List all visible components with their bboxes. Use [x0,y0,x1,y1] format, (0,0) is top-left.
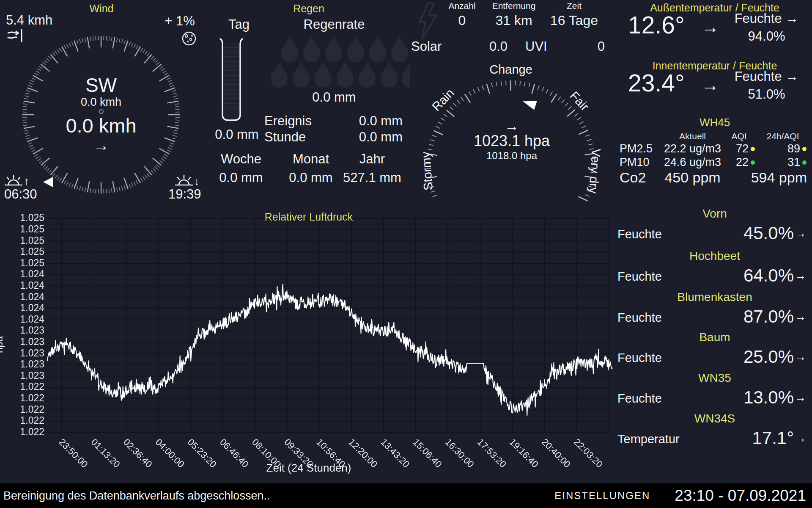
chart-x-axis-label: Zeit (24 Stunden) [0,461,617,475]
sensor-metric-label: Temperatur [617,432,680,446]
sensor-metric-label: Feuchte [617,311,662,325]
extra-sensors-column: Vorn Feuchte 45.0%→ Hochbeet Feuchte 64.… [617,196,812,467]
sensor-name: WN34S [617,412,812,425]
sensor-metric-label: Feuchte [617,227,662,241]
sensor-trend-icon: → [795,432,806,445]
outdoor-humidity-value: 94.0% [725,29,808,44]
sensor-metric-label: Feuchte [617,270,662,284]
sunrise-icon [4,174,23,187]
rain-day-label: Tag [216,17,262,32]
settings-button[interactable]: EINSTELLUNGEN [552,489,653,502]
pressure-secondary-value: 1018.0 hpa [419,150,605,162]
sensor-group-wn34s: WN34S Temperatur 17.1°→ [617,412,812,450]
rain-rate-value: 0.0 mm [283,90,385,105]
sensor-value: 64.0% [743,265,794,286]
rain-hour-value: 0.0 mm [313,130,403,145]
wind-trend-value: + 1% [161,14,199,29]
sunset-block: ↓ 19:39 [168,174,200,202]
wh45-pm10-aqi-value: 22 [736,156,749,169]
indoor-temp-trend-icon: → [701,75,719,95]
wh45-pm25-aqi: 72 [723,142,755,155]
sensor-trend-icon: → [795,269,806,282]
lightning-bolt-icon [414,2,441,41]
lightning-distance-value: 31 km [486,13,541,28]
indoor-humidity-trend-icon: → [785,69,798,84]
sunset-time: 19:39 [168,187,200,202]
sunrise-block: ↑ 06:30 [4,174,51,202]
wh45-pm10-aktuell: 24.6 ug/m3 [658,156,727,169]
wh45-co2-label: Co2 [620,169,656,186]
rain-month-block: Monat 0.0 mm [281,152,340,185]
aqi-status-dot [802,160,807,165]
sensor-metric-label: Feuchte [617,351,662,365]
sensor-value: 17.1° [752,428,794,448]
rain-gauge-icon [219,37,244,124]
wh45-pm25-label: PM2.5 [620,142,656,155]
aqi-status-dot [802,147,807,151]
outdoor-humidity-trend-icon: → [785,11,798,26]
rain-event-label: Ereignis [264,113,312,129]
indoor-temp-panel: Innentemperatur / Feuchte 23.4° → Feucht… [617,58,812,111]
sensor-trend-icon: → [795,310,806,323]
wh45-pm10-aqi24-value: 31 [787,156,800,169]
sensor-group-blumenkasten: Blumenkasten Feuchte 87.0%→ [617,290,812,329]
lightning-count-block: Anzahl 0 [442,1,482,28]
sunrise-arrow-icon: ↑ [24,175,30,187]
wind-compass-readout: SW 0.0 kmh 0.0 kmh → [21,75,181,154]
rain-week-label: Woche [216,152,266,167]
indoor-humidity-value: 51.0% [725,87,808,102]
pressure-chart-panel: Relativer Luftdruck hpa Zeit (24 Stunden… [0,207,617,487]
lightning-count-value: 0 [442,13,482,28]
rain-year-value: 527.1 mm [336,170,408,185]
rain-rate-label: Regenrate [283,17,385,32]
sensor-name: Vorn [617,207,812,221]
rain-hour-label: Stunde [264,130,306,145]
lightning-time-value: 16 Tage [546,13,603,28]
outdoor-humidity-label: Feuchte [735,11,782,26]
sensor-group-baum: Baum Feuchte 25.0%→ [617,331,812,369]
baro-scale-label: Change [489,63,532,77]
wh45-header-aqi: AQI [723,131,755,141]
sensor-value: 25.0% [743,347,794,367]
wh45-pm25-aqi24: 89 [759,142,807,155]
weather-dashboard: Wind 5.4 kmh + 1% SW 0 [0,0,812,508]
aqi-status-dot [751,160,755,165]
lightning-time-label: Zeit [546,1,603,11]
pressure-value: 1023.1 hpa [419,132,605,150]
wh45-title: WH45 [617,116,812,129]
status-message: Bereinigung des Datenbankverlaufs abgesc… [3,489,552,502]
wh45-header-aqi24: 24h/AQI [759,131,807,141]
wh45-co2-aktuell: 450 ppm [658,169,727,186]
indoor-humidity-block: Feuchte → 51.0% [725,69,808,102]
wh45-header-aktuell: Aktuell [658,131,727,141]
rain-year-label: Jahr [336,152,408,167]
rain-year-block: Jahr 527.1 mm [336,152,408,185]
status-bar: Bereinigung des Datenbankverlaufs abgesc… [0,483,812,508]
wind-panel: Wind 5.4 kmh + 1% SW 0 [0,0,203,207]
moon-phase-icon [181,30,197,47]
wh45-co2-24h: 594 ppm [744,169,807,186]
wind-direction-label: SW [21,75,181,96]
pressure-chart-canvas [0,207,617,487]
sensor-group-vorn: Vorn Feuchte 45.0%→ [617,207,812,245]
uvi-label: UVI [525,39,547,54]
solar-value: 0.0 [465,39,508,54]
lightning-panel: Anzahl 0 Entfernung 31 km Zeit 16 Tage S… [410,0,617,59]
barometer-panel: StormyRainChangeFairVery dry → 1023.1 hp… [419,59,605,199]
rain-week-block: Woche 0.0 mm [216,152,266,185]
rain-month-value: 0.0 mm [281,170,340,185]
sensor-trend-icon: → [795,351,806,364]
status-datetime: 23:10 - 07.09.2021 [675,487,806,505]
outdoor-temp-panel: Außentemperatur / Feuchte 12.6° → Feucht… [617,0,812,58]
uvi-value: 0 [562,39,605,54]
sensor-value: 13.0% [743,387,794,408]
raindrops-icon [271,36,410,90]
rain-week-value: 0.0 mm [216,170,266,185]
wh45-pm10-aqi: 22 [723,156,755,169]
outdoor-temp-trend-icon: → [701,17,719,37]
sensor-trend-icon: → [795,227,806,240]
indoor-humidity-label: Feuchte [735,69,782,84]
barometer-needle [523,101,537,110]
outdoor-humidity-block: Feuchte → 94.0% [725,11,808,44]
rain-month-label: Monat [281,152,340,167]
